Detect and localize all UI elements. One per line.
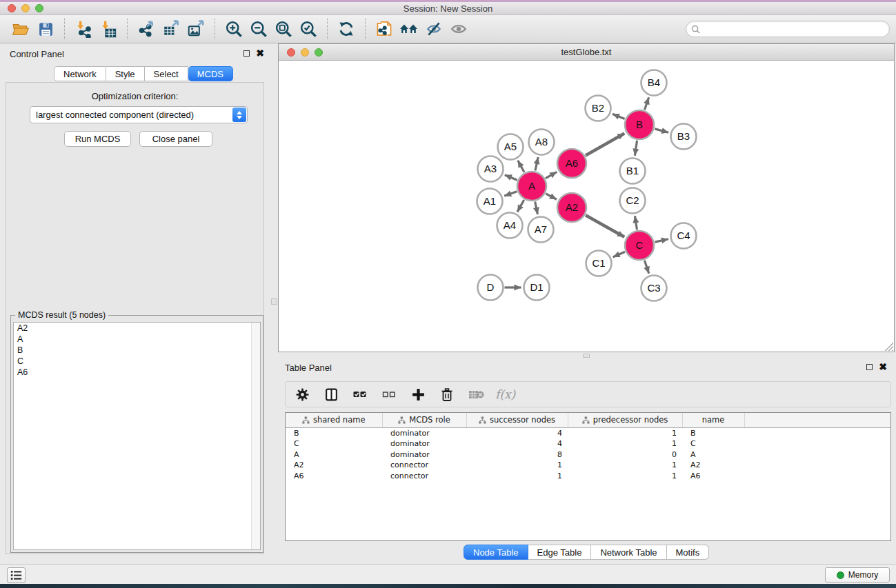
column-header-name[interactable]: name [682, 413, 744, 427]
cell-predecessor-nodes[interactable]: 1 [568, 438, 682, 449]
cell-shared-name[interactable]: C [286, 438, 382, 449]
add-column-button[interactable] [408, 385, 428, 404]
edge-A-A6[interactable] [546, 172, 557, 178]
horizontal-split-handle[interactable] [583, 354, 590, 358]
cell-shared-name[interactable]: A6 [286, 471, 382, 482]
cell-predecessor-nodes[interactable]: 0 [568, 449, 682, 460]
search-input[interactable] [703, 23, 889, 35]
export-table-button[interactable] [159, 18, 183, 40]
column-header-predecessor-nodes[interactable]: predecessor nodes [568, 413, 682, 427]
table-row[interactable]: Cdominator41C [286, 438, 890, 449]
column-header-MCDS-role[interactable]: MCDS role [382, 413, 466, 427]
tab-network-table[interactable]: Network Table [591, 545, 666, 560]
open-session-button[interactable] [8, 18, 33, 40]
delete-columns-button[interactable] [437, 385, 457, 404]
import-table-button[interactable] [96, 18, 121, 40]
search-field[interactable] [686, 21, 890, 37]
tab-node-table[interactable]: Node Table [464, 545, 528, 560]
cell-predecessor-nodes[interactable]: 1 [568, 460, 682, 471]
clone-network-button[interactable] [372, 18, 397, 40]
function-builder-button[interactable]: f(x) [495, 387, 515, 401]
network-window-titlebar[interactable]: testGlobe.txt [279, 44, 894, 61]
memory-button[interactable]: Memory [825, 567, 890, 582]
cell-MCDS-role[interactable]: connector [382, 460, 466, 471]
cell-name[interactable]: C [682, 438, 744, 449]
close-panel-icon[interactable]: ✖ [256, 50, 264, 57]
column-visibility-button[interactable] [321, 385, 341, 404]
table-row[interactable]: A2connector11A2 [286, 460, 890, 471]
cell-predecessor-nodes[interactable]: 1 [568, 471, 682, 482]
edge-A-A4[interactable] [517, 200, 524, 212]
zoom-in-button[interactable] [221, 18, 246, 40]
zoom-out-button[interactable] [246, 18, 271, 40]
cell-successor-nodes[interactable]: 8 [466, 449, 568, 460]
cell-shared-name[interactable]: A2 [286, 460, 382, 471]
cell-successor-nodes[interactable]: 1 [466, 460, 568, 471]
cell-MCDS-role[interactable]: dominator [382, 427, 466, 438]
result-item[interactable]: A [14, 334, 260, 345]
float-panel-icon[interactable] [243, 50, 250, 57]
cell-MCDS-role[interactable]: dominator [382, 449, 466, 460]
edge-A6-B[interactable] [586, 133, 624, 155]
edge-A-A2[interactable] [546, 194, 557, 199]
cell-MCDS-role[interactable]: connector [382, 471, 466, 482]
cell-name[interactable]: B [682, 427, 744, 438]
close-table-panel-icon[interactable]: ✖ [879, 363, 887, 371]
cell-successor-nodes[interactable]: 4 [466, 438, 568, 449]
export-network-button[interactable] [134, 18, 159, 40]
resize-grip-icon[interactable] [884, 342, 893, 351]
edge-C-C2[interactable] [635, 216, 637, 230]
cell-name[interactable]: A2 [682, 460, 744, 471]
edge-A-A1[interactable] [504, 192, 517, 196]
select-all-rows-button[interactable] [350, 385, 370, 404]
tab-motifs[interactable]: Motifs [667, 545, 710, 560]
deselect-all-rows-button[interactable] [379, 385, 399, 404]
import-network-button[interactable] [71, 18, 96, 40]
tab-select[interactable]: Select [145, 66, 188, 81]
result-item[interactable]: C [14, 356, 260, 367]
hide-graphics-details-button[interactable] [421, 18, 446, 40]
task-history-button[interactable] [7, 567, 26, 583]
export-image-button[interactable] [183, 18, 208, 40]
delete-table-button[interactable] [466, 385, 486, 404]
cell-shared-name[interactable]: B [286, 427, 382, 438]
edge-B-B4[interactable] [644, 97, 648, 110]
criterion-dropdown[interactable]: largest connected component (directed) [30, 106, 248, 123]
edge-B-B2[interactable] [613, 114, 625, 119]
edge-C-C1[interactable] [613, 252, 625, 257]
result-item[interactable]: A6 [14, 367, 260, 378]
result-item[interactable]: A2 [14, 323, 260, 334]
table-row[interactable]: A6connector11A6 [286, 471, 890, 482]
mcds-result-list[interactable]: A2ABCA6 [13, 322, 261, 550]
result-item[interactable]: B [14, 345, 260, 356]
edge-B-B1[interactable] [635, 141, 637, 156]
column-header-shared-name[interactable]: shared name [286, 413, 382, 427]
tab-mcds[interactable]: MCDS [188, 66, 233, 81]
cell-name[interactable]: A6 [682, 471, 744, 482]
cell-successor-nodes[interactable]: 1 [466, 471, 568, 482]
edge-A2-C[interactable] [586, 215, 624, 237]
cell-successor-nodes[interactable]: 4 [466, 427, 568, 438]
table-settings-button[interactable] [292, 385, 312, 404]
run-mcds-button[interactable]: Run MCDS [64, 131, 131, 147]
close-panel-button[interactable]: Close panel [139, 131, 212, 147]
zoom-fit-button[interactable] [271, 18, 296, 40]
edge-A-A3[interactable] [505, 175, 517, 181]
edge-B-B3[interactable] [655, 129, 668, 132]
result-scrollbar[interactable] [251, 323, 260, 549]
edge-A-A7[interactable] [535, 202, 538, 214]
show-graphics-details-button[interactable] [446, 18, 471, 40]
column-header-successor-nodes[interactable]: successor nodes [466, 413, 568, 427]
save-session-button[interactable] [33, 18, 58, 40]
edge-A-A5[interactable] [518, 161, 524, 172]
node-table[interactable]: shared nameMCDS rolesuccessor nodesprede… [285, 412, 891, 541]
table-row[interactable]: Adominator80A [286, 449, 890, 460]
tab-network[interactable]: Network [54, 66, 106, 81]
tab-edge-table[interactable]: Edge Table [528, 545, 592, 560]
home-layout-button[interactable] [397, 18, 421, 40]
vertical-split-handle[interactable] [271, 298, 277, 305]
table-row[interactable]: Bdominator41B [286, 427, 890, 438]
cell-name[interactable]: A [682, 449, 744, 460]
float-table-panel-icon[interactable] [866, 364, 873, 370]
edge-C-C3[interactable] [644, 261, 648, 274]
